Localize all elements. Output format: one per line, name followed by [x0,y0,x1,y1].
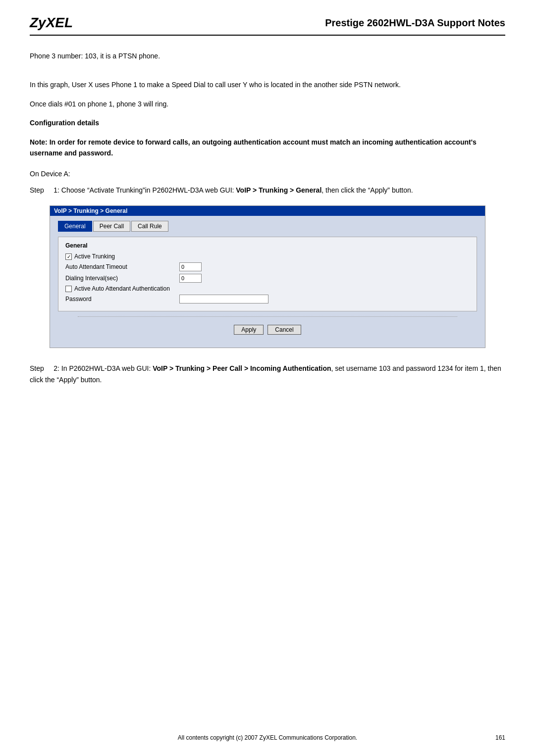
tab-call-rule[interactable]: Call Rule [131,221,168,232]
cancel-button[interactable]: Cancel [268,325,301,335]
auto-attendant-timeout-row: Auto Attendant Timeout [65,262,470,271]
password-label: Password [65,296,174,302]
apply-button[interactable]: Apply [234,325,264,335]
password-input[interactable] [179,295,268,303]
step2-text: Step 2: In P2602HWL-D3A web GUI: VoIP > … [30,363,505,385]
dialing-interval-label: Dialing Interval(sec) [65,275,174,282]
auto-attendant-timeout-label: Auto Attendant Timeout [65,263,174,270]
paragraph-dials: Once dials #01 on phone 1, phone 3 will … [30,99,505,109]
auto-attendant-timeout-input[interactable] [179,262,202,271]
gui-screenshot: VoIP > Trunking > General General Peer C… [50,205,485,348]
auth-checkbox[interactable] [65,286,72,292]
section-title-config: Configuration details [30,117,505,128]
step1-text: Step 1: Choose “Activate Trunking”in P26… [30,185,505,196]
copyright-text: All contents copyright (c) 2007 ZyXEL Co… [178,734,357,741]
auth-checkbox-label: Active Auto Attendant Authentication [74,285,170,292]
page-number: 161 [495,734,505,741]
page-container: ZyXEL Prestige 2602HWL-D3A Support Notes… [0,0,535,756]
dialing-interval-input[interactable] [179,274,202,283]
active-trunking-label: Active Trunking [74,253,115,260]
divider-dots [78,316,457,317]
gui-titlebar: VoIP > Trunking > General [50,206,485,216]
page-footer: All contents copyright (c) 2007 ZyXEL Co… [0,734,535,741]
auth-checkbox-row: Active Auto Attendant Authentication [65,285,470,292]
gui-content: General Peer Call Call Rule General ✓ Ac… [50,216,485,348]
dialing-interval-row: Dialing Interval(sec) [65,274,470,283]
page-header: ZyXEL Prestige 2602HWL-D3A Support Notes [30,15,505,36]
page-title: Prestige 2602HWL-D3A Support Notes [325,17,505,29]
gui-tabs: General Peer Call Call Rule [58,221,477,232]
paragraph-phone3: Phone 3 number: 103, it is a PTSN phone. [30,50,505,61]
device-a-label: On Device A: [30,168,505,179]
tab-general[interactable]: General [58,221,92,232]
tab-peer-call[interactable]: Peer Call [93,221,130,232]
gui-section-title: General [65,242,470,249]
password-row: Password [65,295,470,303]
zyxel-logo: ZyXEL [30,15,73,31]
note-text: Note: In order for remote device to forw… [30,137,505,159]
paragraph-graph: In this graph, User X uses Phone 1 to ma… [30,79,505,90]
button-row: Apply Cancel [58,322,477,338]
gui-section-general: General ✓ Active Trunking Auto Attendant… [58,237,477,311]
active-trunking-checkbox[interactable]: ✓ [65,253,72,260]
active-trunking-row: ✓ Active Trunking [65,253,470,260]
